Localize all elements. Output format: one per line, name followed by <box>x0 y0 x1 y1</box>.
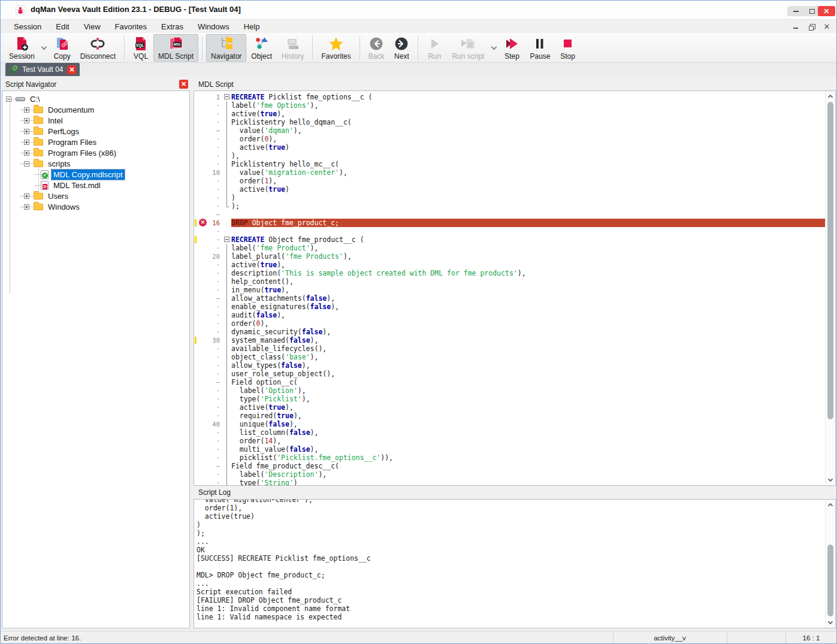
code-line[interactable]: ·audit(false), <box>194 311 825 319</box>
collapse-fold-icon[interactable] <box>224 237 229 242</box>
tree-item-users[interactable]: Users <box>2 191 189 201</box>
code-line[interactable]: ·) <box>194 193 825 202</box>
navigator-button[interactable]: Navigator <box>206 34 246 62</box>
mdl-script-editor[interactable]: 1RECREATE Picklist fme_options__c (·labe… <box>194 90 836 486</box>
code-line[interactable]: · active(true), <box>194 403 825 412</box>
copy-button[interactable]: Copy <box>49 34 75 62</box>
collapse-icon[interactable] <box>6 96 11 102</box>
code-line[interactable]: ·label('fme Options'), <box>194 101 825 110</box>
code-line[interactable]: · label('Option'), <box>194 386 825 395</box>
code-line[interactable]: − <box>194 210 825 219</box>
mdl-script-button[interactable]: MDLMDL Script <box>153 34 198 62</box>
tree-item-windows[interactable]: Windows <box>2 201 189 212</box>
script-log-panel[interactable]: value('migration-center'), order(1), act… <box>194 499 836 628</box>
tree-item-mdl-copy-mdlscript[interactable]: ✓MDL Copy.mdlscript <box>2 169 189 180</box>
expand-icon[interactable] <box>24 204 29 210</box>
session-button[interactable]: Session <box>4 34 40 62</box>
code-line[interactable]: · label('Description'), <box>194 470 825 479</box>
code-line[interactable]: ·object_class('base'), <box>194 353 825 361</box>
fold-toggle[interactable] <box>223 93 231 101</box>
code-line[interactable]: · active(true) <box>194 143 825 152</box>
code-line[interactable]: − value('dqman'), <box>194 126 825 135</box>
tree-item-c[interactable]: C:\ <box>2 93 189 104</box>
scroll-down-arrow[interactable] <box>826 618 835 627</box>
code-line[interactable]: · order(0), <box>194 135 825 143</box>
code-line[interactable]: 20label_plural('fme Products'), <box>194 252 825 261</box>
expand-icon[interactable] <box>24 118 29 123</box>
code-line[interactable]: · list_column(false), <box>194 428 825 437</box>
code-line[interactable]: 40 unique(false), <box>194 420 825 428</box>
window-minimize-button[interactable] <box>787 6 805 16</box>
mdi-restore-button[interactable] <box>806 22 816 31</box>
collapse-fold-icon[interactable] <box>224 94 229 99</box>
menu-view[interactable]: View <box>77 21 108 32</box>
code-line[interactable]: ·Picklistentry hello_mc__c( <box>194 160 825 168</box>
menu-extras[interactable]: Extras <box>154 21 191 32</box>
code-line[interactable]: · <box>194 227 825 235</box>
expand-icon[interactable] <box>24 140 29 145</box>
code-line[interactable]: ·enable_esignatures(false), <box>194 303 825 311</box>
code-line[interactable]: ·); <box>194 202 825 210</box>
code-line[interactable]: ·dynamic_security(false), <box>194 328 825 336</box>
expand-icon[interactable] <box>24 129 29 134</box>
tree-item-scripts[interactable]: scripts <box>2 158 189 169</box>
code-line[interactable]: · type('String') <box>194 479 825 486</box>
code-line[interactable]: ·), <box>194 152 825 160</box>
pause-button[interactable]: Pause <box>525 34 555 62</box>
favorites-button[interactable]: Favorites <box>316 34 355 62</box>
code-line[interactable]: −allow_attachments(false), <box>194 294 825 303</box>
code-line[interactable]: · order(1), <box>194 177 825 185</box>
tab-test-vault-04[interactable]: Test Vault 04 ✕ <box>5 63 80 76</box>
mdi-close-button[interactable]: ✕ <box>822 22 832 31</box>
code-line[interactable]: · multi_value(false), <box>194 445 825 453</box>
code-line[interactable]: · active(true) <box>194 185 825 193</box>
code-line[interactable]: · order(14), <box>194 437 825 445</box>
code-line[interactable]: ·order(0), <box>194 319 825 328</box>
code-line[interactable]: · type('Picklist'), <box>194 395 825 403</box>
scrollbar-thumb[interactable] <box>827 545 833 616</box>
expand-icon[interactable] <box>24 193 29 199</box>
code-line[interactable]: −Field option__c( <box>194 378 825 386</box>
collapse-icon[interactable] <box>24 161 29 167</box>
error-code-line[interactable]: ✕16DROP Object fme_product_c; <box>194 219 825 227</box>
scroll-up-arrow[interactable] <box>826 500 835 509</box>
step-button[interactable]: Step <box>498 34 525 62</box>
menu-edit[interactable]: Edit <box>49 21 76 32</box>
expand-icon[interactable] <box>24 107 29 113</box>
menu-favorites[interactable]: Favorites <box>108 21 154 32</box>
scroll-up-arrow[interactable] <box>826 92 835 101</box>
code-line[interactable]: ·help_content(), <box>194 277 825 286</box>
tab-close-button[interactable]: ✕ <box>67 65 76 74</box>
script-navigator-close-button[interactable]: ✕ <box>179 80 188 89</box>
disconnect-button[interactable]: Disconnect <box>75 34 120 62</box>
code-line[interactable]: ·label('fme Product'), <box>194 244 825 252</box>
code-line[interactable]: 10 value('migration-center'), <box>194 168 825 177</box>
code-line[interactable]: ·description('This is sample object crea… <box>194 269 825 277</box>
code-line[interactable]: ·user_role_setup_object(), <box>194 370 825 378</box>
code-line[interactable]: ·allow_types(false), <box>194 361 825 370</box>
expand-icon[interactable] <box>24 150 29 156</box>
scrollbar-thumb[interactable] <box>827 102 833 419</box>
code-line[interactable]: · picklist('Picklist.fme_options__c')), <box>194 453 825 462</box>
code-line[interactable]: ·active(true), <box>194 110 825 118</box>
menu-session[interactable]: Session <box>7 21 49 32</box>
log-vertical-scrollbar[interactable] <box>825 500 835 628</box>
menu-windows[interactable]: Windows <box>191 21 237 32</box>
vql-button[interactable]: VQLVQL <box>128 34 153 62</box>
menu-help[interactable]: Help <box>237 21 267 32</box>
object-button[interactable]: Object <box>246 34 277 62</box>
tree-item-mdl-test-mdl[interactable]: DMDL Test.mdl <box>2 180 189 191</box>
editor-vertical-scrollbar[interactable] <box>825 91 835 485</box>
tree-item-program-files-x86[interactable]: Program Files (x86) <box>2 147 189 158</box>
code-line[interactable]: 1RECREATE Picklist fme_options__c ( <box>194 93 825 101</box>
code-line[interactable]: ·Picklistentry hello_dqman__c( <box>194 118 825 126</box>
mdi-minimize-button[interactable] <box>791 22 800 31</box>
code-line[interactable]: ·RECREATE Object fme_product__c ( <box>194 235 825 244</box>
code-line[interactable]: ·available_lifecycles(), <box>194 344 825 353</box>
session-dropdown-button[interactable] <box>40 34 49 62</box>
code-line[interactable]: · required(true), <box>194 412 825 420</box>
code-line[interactable]: −Field fme_product_desc__c( <box>194 462 825 470</box>
tree-item-intel[interactable]: Intel <box>2 115 189 126</box>
window-close-button[interactable]: ✕ <box>818 6 835 16</box>
tree-item-program-files[interactable]: Program Files <box>2 137 189 147</box>
